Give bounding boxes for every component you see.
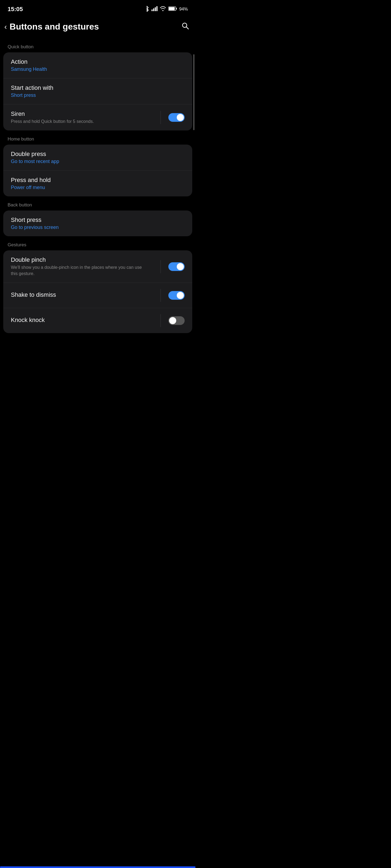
- svg-rect-0: [151, 9, 152, 11]
- svg-rect-2: [155, 7, 156, 11]
- card-home-button: Double pressGo to most recent appPress a…: [3, 145, 192, 196]
- status-icons: 94%: [144, 6, 188, 13]
- card-item-subtitle-press-and-hold: Power off menu: [11, 185, 185, 190]
- scrollbar[interactable]: [193, 54, 194, 130]
- svg-rect-1: [153, 8, 154, 11]
- wifi-icon: [160, 6, 166, 12]
- section-label-quick-button: Quick button: [0, 40, 196, 52]
- card-gestures: Double pinchWe'll show you a double-pinc…: [3, 250, 192, 333]
- card-item-action[interactable]: ActionSamsung Health: [3, 52, 192, 79]
- toggle-knob-knock-knock: [169, 317, 176, 324]
- card-quick-button: ActionSamsung HealthStart action withSho…: [3, 52, 192, 130]
- card-item-content-shake-to-dismiss: Shake to dismiss: [11, 291, 161, 300]
- card-item-content-short-press: Short pressGo to previous screen: [11, 216, 185, 230]
- toggle-knob-double-pinch: [177, 263, 184, 270]
- header-left: ‹ Buttons and gestures: [4, 22, 99, 32]
- card-item-desc-double-pinch: We'll show you a double-pinch icon in th…: [11, 265, 147, 277]
- svg-rect-5: [169, 7, 175, 10]
- status-time: 15:05: [8, 6, 23, 13]
- card-item-title-shake-to-dismiss: Shake to dismiss: [11, 291, 161, 299]
- toggle-shake-to-dismiss[interactable]: [168, 291, 185, 300]
- card-item-press-and-hold[interactable]: Press and holdPower off menu: [3, 170, 192, 196]
- card-item-content-start-action-with: Start action withShort press: [11, 84, 185, 98]
- card-item-title-action: Action: [11, 58, 185, 65]
- card-item-title-short-press: Short press: [11, 216, 185, 223]
- bluetooth-icon: [144, 6, 149, 13]
- toggle-slider-shake-to-dismiss: [168, 291, 185, 300]
- toggle-slider-siren: [168, 113, 185, 122]
- toggle-knob-shake-to-dismiss: [177, 292, 184, 299]
- card-item-content-knock-knock: Knock knock: [11, 316, 161, 325]
- section-label-home-button: Home button: [0, 132, 196, 145]
- section-label-back-button: Back button: [0, 198, 196, 211]
- card-item-double-press[interactable]: Double pressGo to most recent app: [3, 145, 192, 170]
- card-item-content-double-pinch: Double pinchWe'll show you a double-pinc…: [11, 256, 161, 277]
- card-item-double-pinch: Double pinchWe'll show you a double-pinc…: [3, 250, 192, 283]
- signal-icon: [151, 6, 158, 12]
- card-item-short-press[interactable]: Short pressGo to previous screen: [3, 211, 192, 236]
- card-item-content-double-press: Double pressGo to most recent app: [11, 151, 185, 164]
- card-item-siren: SirenPress and hold Quick button for 5 s…: [3, 104, 192, 130]
- card-item-knock-knock: Knock knock: [3, 308, 192, 333]
- card-item-content-action: ActionSamsung Health: [11, 58, 185, 72]
- card-item-subtitle-start-action-with: Short press: [11, 93, 185, 98]
- card-item-title-press-and-hold: Press and hold: [11, 177, 185, 184]
- card-item-title-start-action-with: Start action with: [11, 84, 185, 91]
- search-icon[interactable]: [181, 22, 189, 31]
- page-header: ‹ Buttons and gestures: [0, 16, 196, 40]
- svg-line-8: [186, 27, 189, 29]
- card-item-title-knock-knock: Knock knock: [11, 316, 161, 323]
- card-item-subtitle-double-press: Go to most recent app: [11, 159, 185, 164]
- card-item-start-action-with[interactable]: Start action withShort press: [3, 79, 192, 104]
- back-button-header[interactable]: ‹: [4, 23, 7, 31]
- battery-percentage: 94%: [179, 7, 188, 12]
- card-item-subtitle-short-press: Go to previous screen: [11, 225, 185, 230]
- card-item-title-double-press: Double press: [11, 151, 185, 158]
- card-item-desc-siren: Press and hold Quick button for 5 second…: [11, 119, 147, 124]
- toggle-knob-siren: [177, 114, 184, 121]
- toggle-double-pinch[interactable]: [168, 262, 185, 271]
- card-back-button: Short pressGo to previous screen: [3, 211, 192, 236]
- card-item-shake-to-dismiss: Shake to dismiss: [3, 283, 192, 308]
- card-item-subtitle-action: Samsung Health: [11, 66, 185, 72]
- section-label-gestures: Gestures: [0, 238, 196, 250]
- toggle-slider-double-pinch: [168, 262, 185, 271]
- toggle-slider-knock-knock: [168, 316, 185, 325]
- page-title: Buttons and gestures: [9, 22, 99, 32]
- card-item-content-press-and-hold: Press and holdPower off menu: [11, 177, 185, 190]
- svg-rect-6: [176, 8, 177, 9]
- card-item-content-siren: SirenPress and hold Quick button for 5 s…: [11, 111, 161, 124]
- battery-icon: [168, 6, 177, 12]
- toggle-siren[interactable]: [168, 113, 185, 122]
- card-item-title-double-pinch: Double pinch: [11, 256, 161, 264]
- card-item-title-siren: Siren: [11, 111, 161, 118]
- status-bar: 15:05: [0, 0, 196, 16]
- svg-rect-3: [157, 6, 158, 11]
- toggle-knock-knock[interactable]: [168, 316, 185, 325]
